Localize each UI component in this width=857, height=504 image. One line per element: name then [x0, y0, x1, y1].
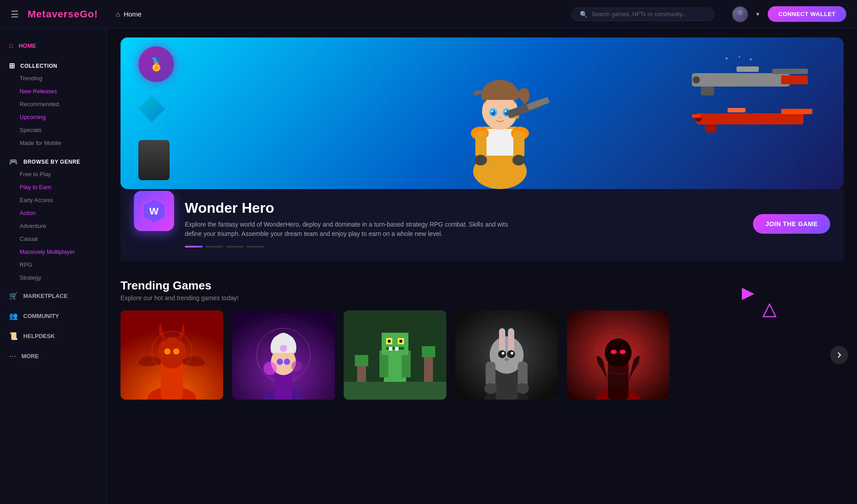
svg-point-27	[693, 76, 700, 83]
hero-game-title: Wonder Hero	[185, 200, 742, 216]
marketplace-icon: 🛒	[9, 292, 18, 300]
game-card-3[interactable]	[344, 310, 446, 400]
hero-weapons	[692, 55, 817, 133]
sidebar: ⌂ HOME ⊞ COLLECTION Trending New Release…	[0, 29, 107, 504]
svg-rect-69	[395, 347, 399, 351]
sidebar-item-marketplace[interactable]: 🛒 MARKETPLACE	[0, 288, 107, 304]
game-card-4[interactable]	[455, 310, 558, 400]
logo-icon: M	[28, 8, 36, 20]
helpdesk-icon: 📜	[9, 332, 18, 340]
svg-text:W: W	[150, 206, 159, 217]
game-4-art	[455, 310, 558, 400]
sidebar-item-recommended[interactable]: Recommended	[0, 98, 107, 111]
trending-header: Trending Games Explore our hot and trend…	[121, 279, 844, 302]
sidebar-item-action[interactable]: Action	[0, 207, 107, 219]
hero-banner-wrapper: 🏅	[121, 37, 844, 261]
sidebar-item-mobile[interactable]: Made for Mobile	[0, 136, 107, 149]
sidebar-item-free-to-play[interactable]: Free to Play	[0, 168, 107, 181]
svg-point-84	[502, 352, 504, 355]
svg-rect-28	[781, 75, 808, 84]
svg-rect-62	[382, 333, 408, 355]
sidebar-item-helpdesk[interactable]: 📜 HELPDESK	[0, 328, 107, 344]
hero-dot-2[interactable]	[205, 246, 223, 248]
svg-point-44	[173, 348, 179, 355]
svg-rect-31	[705, 124, 716, 132]
svg-rect-65	[388, 340, 391, 343]
hero-robot-item	[138, 140, 170, 180]
svg-point-53	[284, 359, 290, 365]
sidebar-item-specials[interactable]: Specials	[0, 124, 107, 136]
search-bar[interactable]: 🔍	[571, 8, 714, 21]
hero-dot-4[interactable]	[246, 246, 264, 248]
svg-rect-18	[527, 97, 550, 110]
svg-rect-58	[344, 382, 446, 400]
svg-rect-73	[422, 346, 435, 357]
sidebar-item-rpg[interactable]: RPG	[0, 258, 107, 271]
svg-rect-70	[357, 364, 366, 382]
sidebar-item-new-releases[interactable]: New Releases	[0, 85, 107, 98]
svg-rect-87	[486, 362, 495, 386]
more-icon: ⋯	[9, 352, 16, 360]
hero-game-description: Explore the fantasy world of WonderHero,…	[185, 220, 524, 239]
game-1-art	[121, 310, 223, 400]
svg-rect-23	[692, 73, 790, 87]
join-game-button[interactable]: JOIN THE GAME	[753, 214, 830, 234]
svg-point-94	[605, 339, 632, 367]
nav-home-link[interactable]: ⌂ Home	[116, 10, 142, 18]
game-card-1[interactable]	[121, 310, 223, 400]
hero-char-svg	[411, 46, 589, 189]
sidebar-item-adventure[interactable]: Adventure	[0, 219, 107, 232]
sidebar-community-section: 👥 COMMUNITY	[0, 308, 107, 324]
sidebar-helpdesk-section: 📜 HELPDESK	[0, 328, 107, 344]
hero-info-bar: W Wonder Hero Explore the fantasy world …	[121, 189, 844, 261]
avatar-image	[734, 8, 746, 21]
svg-rect-24	[772, 69, 808, 74]
weapon-1-svg	[692, 64, 817, 95]
site-logo[interactable]: MetaverseGo!	[28, 8, 98, 20]
game-logo-svg: W	[141, 198, 167, 224]
sidebar-item-casual[interactable]: Casual	[0, 232, 107, 245]
svg-rect-72	[355, 355, 368, 366]
trending-games-container	[121, 310, 844, 400]
svg-point-96	[620, 350, 626, 354]
sidebar-item-community[interactable]: 👥 COMMUNITY	[0, 308, 107, 324]
svg-point-0	[737, 10, 743, 15]
svg-marker-37	[742, 288, 754, 300]
sidebar-item-massively-multiplayer[interactable]: Massively Multiplayer	[0, 245, 107, 258]
avatar[interactable]	[732, 6, 748, 22]
svg-rect-66	[399, 340, 402, 343]
svg-rect-25	[701, 87, 714, 95]
sidebar-home-section: ⌂ HOME	[0, 37, 107, 54]
scroll-right-button[interactable]	[830, 346, 848, 364]
game-card-2[interactable]	[232, 310, 335, 400]
svg-point-86	[504, 358, 509, 361]
sidebar-item-home[interactable]: ⌂ HOME	[0, 37, 107, 54]
community-icon: 👥	[9, 312, 18, 320]
svg-point-95	[611, 350, 617, 354]
sidebar-item-early-access[interactable]: Early Access	[0, 194, 107, 207]
sidebar-item-upcoming[interactable]: Upcoming	[0, 111, 107, 124]
hamburger-menu[interactable]: ☰	[11, 9, 19, 20]
svg-point-55	[291, 361, 302, 372]
sidebar-item-more[interactable]: ⋯ MORE	[0, 348, 107, 364]
connect-wallet-button[interactable]: CONNECT WALLET	[768, 6, 846, 22]
hero-dot-1[interactable]	[185, 246, 203, 248]
trending-games-grid	[121, 310, 844, 400]
svg-rect-80	[500, 330, 504, 349]
main-content: 🏅	[107, 29, 857, 504]
hero-items: 🏅	[138, 46, 174, 189]
game-card-5[interactable]	[567, 310, 670, 400]
hero-dot-3[interactable]	[226, 246, 244, 248]
svg-rect-71	[424, 355, 433, 382]
svg-point-14	[505, 111, 507, 112]
sidebar-item-play-to-earn[interactable]: Play to Earn	[0, 181, 107, 194]
hero-game-icon: W	[134, 191, 174, 231]
search-input[interactable]	[592, 11, 706, 17]
avatar-chevron-icon[interactable]: ▼	[755, 11, 761, 17]
topnav: ☰ MetaverseGo! ⌂ Home 🔍 ▼ CONNECT WALLET	[0, 0, 857, 29]
svg-point-42	[158, 337, 186, 368]
chevron-right-icon	[836, 351, 843, 359]
sidebar-item-strategy[interactable]: Strategy	[0, 271, 107, 284]
sidebar-item-trending[interactable]: Trending	[0, 72, 107, 85]
game-3-art	[344, 310, 446, 400]
